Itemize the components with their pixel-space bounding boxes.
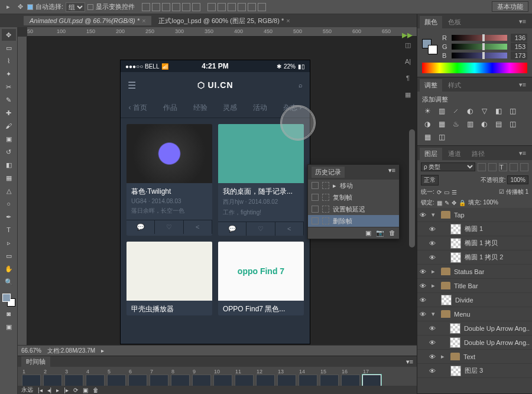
dodge-tool[interactable]: ○ [2,198,16,210]
color-tab[interactable]: 颜色 [420,16,442,28]
layer-row[interactable]: 👁▸Text [417,350,532,364]
dist-2-icon[interactable] [218,3,226,11]
lock-paint-icon[interactable]: ✎ [445,200,449,206]
visibility-icon[interactable]: 👁 [420,268,428,275]
doc-tab-1[interactable]: Animated GUI.psd @ 66.7%(RGB/8) * × [24,16,151,25]
lock-move-icon[interactable]: ✥ [452,200,456,206]
expand-icon[interactable]: ▾ [432,310,437,318]
align-bottom-icon[interactable] [162,3,170,11]
brightness-icon[interactable]: ☀ [422,106,433,116]
visibility-icon[interactable]: 👁 [429,240,437,247]
workspace-selector[interactable]: 基本功能 [492,1,528,12]
history-camera-icon[interactable]: 📷 [376,229,384,237]
visibility-icon[interactable]: 👁 [429,353,437,360]
stamp-tool[interactable]: ▣ [2,133,16,145]
layer-row[interactable]: 👁图层 3 [417,364,532,378]
vibrance-icon[interactable]: ▽ [479,106,489,116]
panel-menu-icon[interactable]: ▾≡ [515,79,530,92]
move-tool[interactable]: ✥ [2,29,16,41]
expand-icon[interactable]: ▸ [432,268,437,275]
auto-select-target[interactable]: 组 [66,2,85,12]
visibility-icon[interactable]: 👁 [429,254,437,261]
duplicate-frame-icon[interactable]: ▣ [83,387,88,393]
layer-row[interactable]: 👁椭圆 1 拷贝 [417,236,532,250]
timeline-tab[interactable]: 时间轴 [21,356,50,367]
history-panel[interactable]: 历史记录▾≡ ▸ 移动复制帧设置帧延迟删除帧 ▣ 📷 🗑 [307,164,400,239]
text-tool[interactable]: T [2,224,16,236]
close-icon[interactable]: × [286,17,290,24]
visibility-icon[interactable]: 👁 [429,226,437,233]
selective-icon[interactable]: ◫ [436,132,447,142]
dist-5-icon[interactable] [248,3,256,11]
ruler-horizontal[interactable]: 50100150200250300350400450500550600650 [27,27,417,37]
threshold-icon[interactable]: ◫ [507,119,518,129]
delete-frame-icon[interactable]: 🗑 [93,387,99,393]
styles-tab[interactable]: 样式 [443,79,466,92]
path-tool[interactable]: ▹ [2,237,16,249]
gradient-tool[interactable]: ▦ [2,172,16,184]
history-item[interactable]: ▸ 移动 [308,180,399,191]
gradient-map-icon[interactable]: ▦ [422,132,433,142]
loop-option[interactable]: 永远 [21,386,33,394]
panel-menu-icon[interactable]: ▾≡ [388,167,395,178]
dock-icon-3[interactable]: ¶ [402,72,414,84]
filter-smart-icon[interactable] [520,163,528,171]
ruler-vertical[interactable] [18,37,27,345]
lookup-icon[interactable]: ▥ [465,119,475,129]
fill-field[interactable]: 100% [483,199,498,206]
r-value[interactable]: 136 [511,34,527,42]
r-slider[interactable] [452,35,507,41]
visibility-icon[interactable]: 👁 [420,311,428,318]
b-value[interactable]: 173 [511,51,527,60]
brush-tool[interactable]: 🖌 [2,120,16,132]
mixer-icon[interactable]: ♨ [450,119,461,129]
doc-tab-2[interactable]: 正式logo_l.psd @ 600% (图层 25, RGB/8) * × [153,15,296,27]
pen-tool[interactable]: ✒ [2,211,16,223]
align-top-icon[interactable] [142,3,150,11]
levels-icon[interactable]: ▥ [436,106,447,116]
channels-tab[interactable]: 通道 [443,148,466,160]
color-swatches[interactable] [422,39,437,54]
photo-filter-icon[interactable]: ▦ [436,119,447,129]
lock-all-icon[interactable]: 🔒 [459,200,466,206]
exposure-icon[interactable]: ◐ [465,106,475,116]
wand-tool[interactable]: ✦ [2,68,16,80]
panel-menu-icon[interactable]: ▾≡ [406,358,413,366]
prev-frame-icon[interactable]: ◂| [47,387,52,393]
filter-text-icon[interactable]: T [499,163,507,171]
visibility-icon[interactable]: 👁 [420,297,428,304]
layer-row[interactable]: 👁▾Tap [417,208,532,222]
posterize-icon[interactable]: ▤ [493,119,504,129]
filter-adj-icon[interactable] [488,163,497,171]
history-item[interactable]: 设置帧延迟 [308,203,399,215]
align-right-icon[interactable] [192,3,200,11]
expand-icon[interactable]: ▾ [432,211,437,219]
dist-6-icon[interactable] [258,3,266,11]
filter-pixel-icon[interactable] [478,163,486,171]
layer-row[interactable]: 👁椭圆 1 [417,222,532,236]
unify-icon[interactable]: ☰ [452,189,457,196]
dock-icon-4[interactable]: ▦ [402,89,414,100]
spectrum-picker[interactable] [422,63,527,73]
zoom-tool[interactable]: 🔍 [2,276,16,288]
dist-1-icon[interactable] [207,3,216,11]
marquee-tool[interactable]: ▭ [2,42,16,54]
adjustments-tab[interactable]: 调整 [420,79,442,92]
g-value[interactable]: 153 [511,43,527,51]
blur-tool[interactable]: △ [2,185,16,197]
crop-tool[interactable]: ✂ [2,81,16,93]
layer-filter-kind[interactable]: ρ 类型 [421,162,475,171]
align-vcenter-icon[interactable] [152,3,160,11]
curves-icon[interactable]: ⟋ [450,106,461,116]
history-brush-tool[interactable]: ↺ [2,146,16,158]
heal-tool[interactable]: ✚ [2,107,16,119]
dock-icon-2[interactable]: A| [402,56,414,67]
b-slider[interactable] [452,53,507,58]
visibility-icon[interactable]: 👁 [429,325,437,332]
history-trash-icon[interactable]: 🗑 [389,229,395,237]
filter-shape-icon[interactable] [510,163,518,171]
color-swatch[interactable] [2,294,15,307]
play-icon[interactable]: ▸▸ [402,28,413,41]
layer-row[interactable]: 👁▸Status Bar [417,265,532,279]
tween-icon[interactable]: ⟳ [73,387,78,393]
